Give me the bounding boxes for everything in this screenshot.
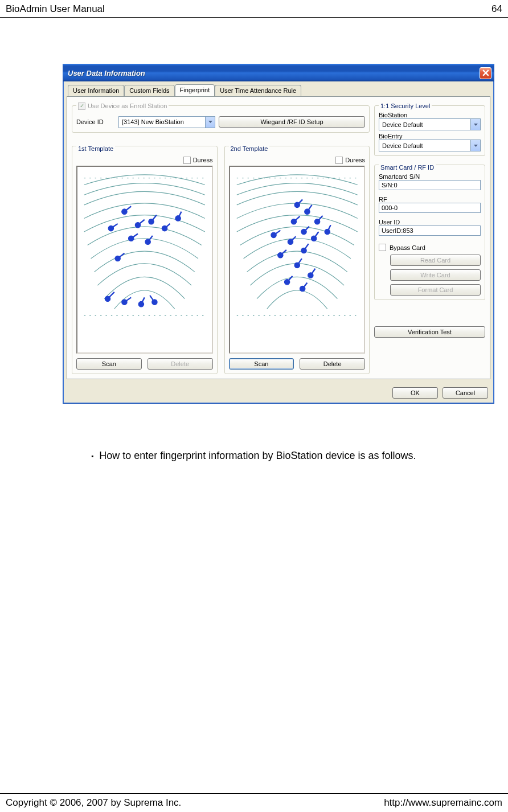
template-1-duress-label: Duress bbox=[193, 157, 213, 163]
ok-button[interactable]: OK bbox=[392, 387, 438, 399]
tab-strip: User Information Custom Fields Fingerpri… bbox=[63, 81, 494, 96]
device-id-combo[interactable]: [3143] New BioStation bbox=[118, 116, 215, 128]
userid-label: User ID bbox=[379, 219, 481, 225]
bioentry-value: Device Default bbox=[379, 142, 470, 149]
dialog-window: User Data Information User Information C… bbox=[63, 64, 494, 404]
smartcard-legend: Smart Card / RF ID bbox=[379, 164, 436, 171]
bioentry-label: BioEntry bbox=[379, 133, 481, 140]
body-bullet: ▪ How to enter fingerprint information b… bbox=[91, 450, 416, 462]
template-2-group: 2nd Template Duress bbox=[224, 142, 370, 374]
cancel-button[interactable]: Cancel bbox=[443, 387, 488, 399]
footer-copyright: Copyright © 2006, 2007 by Suprema Inc. bbox=[6, 797, 181, 809]
write-card-button[interactable]: Write Card bbox=[390, 269, 481, 281]
verification-test-button[interactable]: Verification Test bbox=[374, 326, 485, 338]
template-2-delete-button[interactable]: Delete bbox=[300, 358, 365, 370]
chevron-down-icon bbox=[205, 117, 215, 128]
close-icon bbox=[482, 69, 489, 76]
tab-panel: ✓ Use Device as Enroll Station Device ID… bbox=[67, 96, 490, 379]
biostation-label: BioStation bbox=[379, 112, 481, 118]
security-level-legend: 1:1 Security Level bbox=[379, 102, 432, 109]
template-2-fingerprint-display bbox=[229, 166, 366, 354]
tab-time-attendance[interactable]: User Time Attendance Rule bbox=[215, 85, 301, 97]
tab-fingerprint[interactable]: Fingerprint bbox=[175, 84, 215, 96]
dialog-footer: OK Cancel bbox=[63, 383, 494, 403]
template-2-scan-button[interactable]: Scan bbox=[229, 358, 294, 370]
smartcard-sn-input[interactable] bbox=[379, 180, 481, 190]
footer-url: http://www.supremainc.com bbox=[384, 797, 502, 809]
template-1-duress-checkbox[interactable] bbox=[183, 157, 191, 164]
wiegand-setup-button[interactable]: Wiegand /RF ID Setup bbox=[219, 116, 365, 128]
smartcard-sn-label: Smartcard S/N bbox=[379, 173, 481, 180]
smartcard-group: Smart Card / RF ID Smartcard S/N RF User… bbox=[374, 161, 485, 300]
page-header: BioAdmin User Manual 64 bbox=[0, 0, 508, 18]
bioentry-combo[interactable]: Device Default bbox=[379, 140, 481, 151]
enroll-station-checkbox[interactable]: ✓ bbox=[78, 102, 85, 110]
device-id-value: [3143] New BioStation bbox=[119, 118, 205, 125]
template-1-fingerprint-display bbox=[76, 166, 213, 354]
template-2-duress-label: Duress bbox=[345, 157, 365, 163]
chevron-down-icon bbox=[470, 119, 480, 130]
close-button[interactable] bbox=[480, 67, 491, 79]
tab-custom-fields[interactable]: Custom Fields bbox=[124, 85, 174, 97]
enroll-station-group: ✓ Use Device as Enroll Station Device ID… bbox=[72, 101, 370, 133]
enroll-station-legend: Use Device as Enroll Station bbox=[88, 102, 167, 109]
template-1-delete-button[interactable]: Delete bbox=[148, 358, 213, 370]
fingerprint-icon bbox=[77, 171, 212, 333]
userid-input[interactable] bbox=[379, 225, 481, 236]
bullet-content: How to enter fingerprint information by … bbox=[99, 450, 416, 462]
bypass-card-label: Bypass Card bbox=[390, 244, 425, 251]
template-1-scan-button[interactable]: Scan bbox=[76, 358, 142, 370]
read-card-button[interactable]: Read Card bbox=[390, 255, 481, 266]
template-1-legend: 1st Template bbox=[76, 145, 115, 152]
tab-user-information[interactable]: User Information bbox=[68, 85, 124, 97]
page-number: 64 bbox=[491, 3, 502, 15]
biostation-combo[interactable]: Device Default bbox=[379, 118, 481, 130]
titlebar: User Data Information bbox=[63, 64, 494, 81]
biostation-value: Device Default bbox=[379, 121, 470, 128]
template-2-legend: 2nd Template bbox=[229, 145, 270, 152]
doc-title: BioAdmin User Manual bbox=[6, 3, 105, 15]
chevron-down-icon bbox=[470, 140, 480, 151]
svg-line-3 bbox=[108, 292, 114, 298]
security-level-group: 1:1 Security Level BioStation Device Def… bbox=[374, 101, 485, 156]
rf-label: RF bbox=[379, 196, 481, 203]
rf-input[interactable] bbox=[379, 203, 481, 213]
bypass-card-checkbox[interactable] bbox=[379, 244, 386, 251]
fingerprint-icon bbox=[230, 171, 364, 333]
bullet-icon: ▪ bbox=[91, 450, 93, 462]
page-footer: Copyright © 2006, 2007 by Suprema Inc. h… bbox=[0, 793, 508, 812]
template-1-group: 1st Template Duress bbox=[72, 142, 218, 374]
format-card-button[interactable]: Format Card bbox=[390, 284, 481, 296]
template-2-duress-checkbox[interactable] bbox=[335, 157, 343, 164]
device-id-label: Device ID bbox=[76, 118, 115, 125]
titlebar-text: User Data Information bbox=[68, 69, 145, 77]
